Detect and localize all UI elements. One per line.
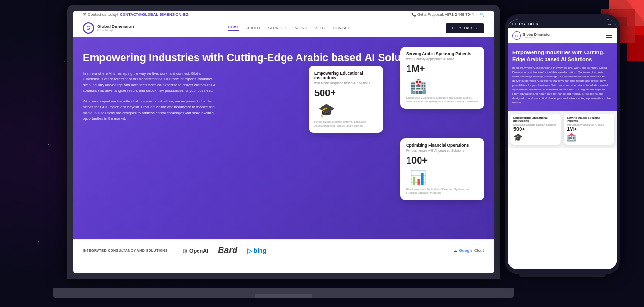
logo-name: Global Dimension	[97, 24, 134, 29]
phone-hero-desc: In an era where AI is reshaping the way …	[512, 66, 612, 105]
star	[38, 241, 39, 242]
lets-talk-button[interactable]: LET'S TALK →	[446, 23, 484, 33]
contact-info: ✉ Contact us today! CONTACT@GLOBAL-DIMEN…	[83, 13, 188, 17]
partners-bar: INTEGRATED CONSULTANCY AND SOLUTIONS ⊕ O…	[73, 239, 494, 261]
phone-card-edu-icon: 🎓	[513, 133, 558, 142]
card-arabic-icon: 🏥	[406, 77, 430, 96]
openai-logo: ⊕ OpenAI	[182, 247, 208, 255]
card-educational: Empowering Educational Institutions with…	[309, 66, 383, 133]
phone-card-serving: Serving Arabic Speaking Patients with Cu…	[564, 114, 614, 145]
website-content: ✉ Contact us today! CONTACT@GLOBAL-DIMEN…	[73, 11, 494, 273]
contact-label: Contact us today!	[88, 13, 118, 17]
card-arabic-tags: Diagnostics & Genomics, Language Transla…	[406, 96, 479, 104]
nav-work[interactable]: WORK	[295, 26, 307, 30]
logo-sub: Consultancy	[97, 29, 134, 32]
card-edu-sub: with Arabic language based AI Solutions	[314, 81, 377, 85]
phone-logo-name: Global Dimension	[523, 33, 552, 36]
phone-hero: Empowering Industries with Cutting-Edge …	[508, 43, 617, 111]
card-financial: Optimizing Financial Operations For busi…	[400, 138, 484, 200]
site-logo: G Global Dimension Consultancy	[83, 22, 134, 34]
hero-desc1: In an era where AI is reshaping the way …	[83, 71, 217, 94]
phone-card-edu-title: Empowering Educational Institutions	[513, 116, 558, 122]
hero-section: Empowering Industries with Cutting-Edge …	[73, 37, 494, 239]
laptop-screen: ✉ Contact us today! CONTACT@GLOBAL-DIMEN…	[73, 11, 494, 273]
card-financial-icon: 📊	[406, 168, 430, 187]
card-edu-tags: Personalized Learning Platforms, Languag…	[314, 120, 377, 128]
phone-hero-title: Empowering Industries with Cutting-Edge …	[512, 49, 612, 63]
laptop-device: ✉ Contact us today! CONTACT@GLOBAL-DIMEN…	[67, 5, 500, 298]
phone-logo-text-block: Global Dimension Consultancy	[523, 33, 552, 39]
website-nav: G Global Dimension Consultancy HOME ABOU…	[73, 19, 494, 37]
nav-services[interactable]: SERVICES	[268, 26, 287, 30]
phone-body: LET'S TALK → G Global Dimension Consulta…	[505, 14, 620, 274]
card-arabic: Serving Arabic Speaking Patients with Cu…	[400, 47, 484, 109]
bing-logo: ▷ bing	[247, 247, 266, 255]
hamburger-line-3	[606, 37, 612, 38]
card-edu-stat: 500+	[314, 88, 377, 99]
logo-icon: G	[83, 22, 94, 34]
hamburger-line-2	[606, 35, 612, 36]
phone-info: 📞 Get a Proposal: +971 2 449 7044	[411, 13, 474, 17]
nav-links: HOME ABOUT SERVICES WORK BLOG CONTACT	[228, 25, 351, 31]
phone-base	[519, 274, 606, 277]
nav-home[interactable]: HOME	[228, 25, 239, 31]
phone-notch	[548, 14, 577, 21]
phone-card-serving-icon: 🏥	[567, 133, 611, 142]
card-financial-sub: For businesses with AI-powered Solutions	[406, 149, 479, 152]
card-arabic-stat: 1M+	[406, 64, 479, 75]
card-financial-stat: 100+	[406, 155, 479, 166]
contact-email: CONTACT@GLOBAL-DIMENSION.BIZ	[120, 13, 188, 17]
partners-label: INTEGRATED CONSULTANCY AND SOLUTIONS	[83, 249, 168, 252]
hero-desc2: With our comprehensive suite of AI-power…	[83, 99, 217, 122]
phone-logo-sub: Consultancy	[523, 36, 552, 39]
laptop-body: ✉ Contact us today! CONTACT@GLOBAL-DIMEN…	[67, 5, 500, 279]
topbar-right: 📞 Get a Proposal: +971 2 449 7044 🔍	[411, 13, 484, 17]
nav-blog[interactable]: BLOG	[315, 26, 325, 30]
search-icon[interactable]: 🔍	[480, 13, 484, 17]
card-financial-tags: Risk Assessment Tools, Fraud Detection S…	[406, 187, 479, 195]
google-cloud-logo: ☁ Google Cloud	[453, 248, 484, 253]
hamburger-line-1	[606, 34, 612, 35]
phone-card-serving-stat: 1M+	[567, 126, 611, 132]
logo-text-block: Global Dimension Consultancy	[97, 24, 134, 32]
phone-card-edu-sub: with Arabic language based AI Solutions	[513, 123, 558, 126]
card-edu-icon: 🎓	[314, 101, 338, 120]
laptop-base	[53, 288, 514, 298]
website-topbar: ✉ Contact us today! CONTACT@GLOBAL-DIMEN…	[73, 11, 494, 19]
phone-logo: G Global Dimension Consultancy	[512, 31, 552, 40]
card-arabic-sub: with Culturally Appropriate AI Tools	[406, 57, 479, 61]
phone-topbar-label: LET'S TALK	[512, 22, 539, 26]
partner-logos: ⊕ OpenAI Bard ▷ bing	[182, 245, 438, 256]
mail-icon: ✉	[83, 13, 86, 17]
phone-card-serving-title: Serving Arabic Speaking Patients	[567, 116, 611, 122]
phone-cards-section: Empowering Educational Institutions with…	[508, 111, 617, 148]
nav-about[interactable]: ABOUT	[247, 26, 260, 30]
card-arabic-title: Serving Arabic Speaking Patients	[406, 51, 479, 56]
phone-topbar-arrow: →	[607, 21, 612, 26]
phone-device: LET'S TALK → G Global Dimension Consulta…	[505, 14, 620, 294]
phone-screen: LET'S TALK → G Global Dimension Consulta…	[508, 19, 617, 269]
nav-contact[interactable]: CONTACT	[333, 26, 351, 30]
card-edu-title: Empowering Educational Institutions	[314, 71, 377, 80]
bard-logo: Bard	[218, 245, 237, 256]
phone-logo-icon: G	[512, 31, 521, 40]
hamburger-menu[interactable]	[606, 34, 612, 38]
phone-nav: G Global Dimension Consultancy	[508, 28, 617, 43]
phone-card-edu: Empowering Educational Institutions with…	[510, 114, 561, 145]
card-financial-title: Optimizing Financial Operations	[406, 143, 479, 148]
star	[48, 144, 49, 145]
phone-card-edu-stat: 500+	[513, 126, 558, 132]
